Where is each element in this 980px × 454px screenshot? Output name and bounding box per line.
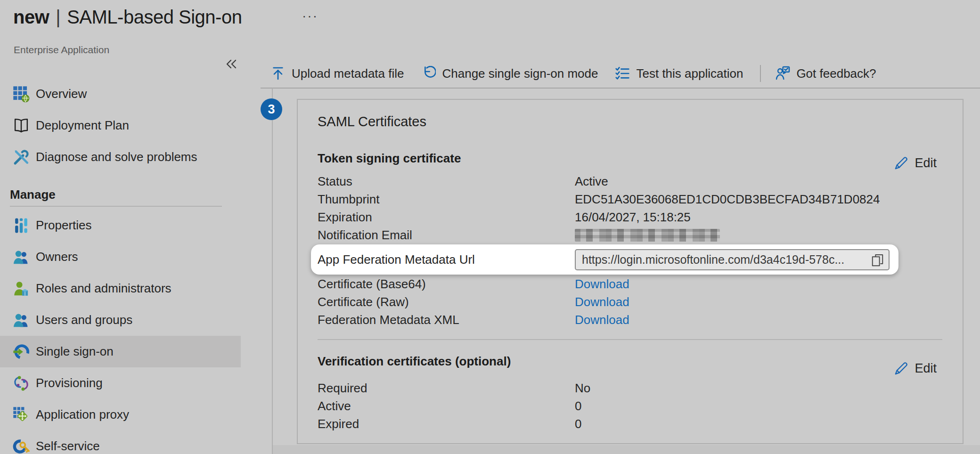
certificate-raw-download-link[interactable]: Download xyxy=(575,295,629,309)
sidebar-section-manage: Manage xyxy=(0,184,272,205)
content-divider xyxy=(272,88,273,454)
toolbar-separator xyxy=(760,65,761,82)
got-feedback-label: Got feedback? xyxy=(796,66,876,81)
upload-icon xyxy=(270,66,286,81)
metadata-url-input[interactable]: https://login.microsoftonline.com/d3a4c1… xyxy=(575,249,890,270)
panel-title: SAML Certificates xyxy=(318,114,942,130)
sidebar-item-deployment-plan[interactable]: Deployment Plan xyxy=(0,110,241,141)
app-federation-metadata-url-label: App Federation Metadata Url xyxy=(318,252,575,267)
sidebar-item-label: Owners xyxy=(36,250,78,264)
test-application-label: Test this application xyxy=(636,66,743,81)
certificate-raw-label: Certificate (Raw) xyxy=(318,295,575,309)
sliders-icon xyxy=(13,217,30,234)
people-icon xyxy=(13,249,30,266)
sidebar-item-diagnose[interactable]: Diagnose and solve problems xyxy=(0,141,241,173)
thumbprint-row: Thumbprint EDC51A30E36068ED1CD0CDB3BECFA… xyxy=(318,190,942,208)
expiration-row: Expiration 16/04/2027, 15:18:25 xyxy=(318,208,942,226)
sidebar-item-single-sign-on[interactable]: Single sign-on xyxy=(0,336,241,367)
sidebar-item-label: Users and groups xyxy=(36,313,132,327)
sidebar-item-label: Single sign-on xyxy=(36,344,114,359)
copy-icon[interactable] xyxy=(871,253,884,268)
change-sso-mode-button[interactable]: Change single sign-on mode xyxy=(421,66,598,81)
saml-sign-on-page: new | SAML-based Sign-on ··· Enterprise … xyxy=(0,0,980,454)
sidebar-nav: Overview Deployment Plan Diagnose and so… xyxy=(0,78,272,454)
sidebar-item-roles-administrators[interactable]: Roles and administrators xyxy=(0,273,241,304)
active-row: Active 0 xyxy=(318,397,942,415)
edit-verification-certificates-button[interactable]: Edit xyxy=(893,361,937,376)
required-label: Required xyxy=(318,381,575,396)
sidebar-item-application-proxy[interactable]: Application proxy xyxy=(0,399,241,430)
notification-email-row: Notification Email xyxy=(318,226,942,244)
sidebar-item-label: Self-service xyxy=(36,439,100,454)
expired-label: Expired xyxy=(318,417,575,431)
bottom-strip xyxy=(273,445,980,454)
certificate-base64-download-link[interactable]: Download xyxy=(575,277,629,292)
app-federation-metadata-url-row: App Federation Metadata Url https://logi… xyxy=(318,245,942,274)
certificate-raw-row: Certificate (Raw) Download xyxy=(318,293,942,311)
sidebar-item-self-service[interactable]: Self-service xyxy=(0,430,241,454)
sidebar-item-users-groups[interactable]: Users and groups xyxy=(0,304,241,336)
status-label: Status xyxy=(318,174,575,189)
sidebar-item-overview[interactable]: Overview xyxy=(0,78,241,110)
page-title: new | SAML-based Sign-on xyxy=(13,7,242,28)
sidebar-item-owners[interactable]: Owners xyxy=(0,241,241,273)
token-signing-certificate-heading: Token signing certificate xyxy=(318,151,942,166)
edit-label: Edit xyxy=(915,156,937,170)
sidebar-item-label: Diagnose and solve problems xyxy=(36,150,197,164)
feedback-icon xyxy=(775,66,790,81)
certificate-base64-label: Certificate (Base64) xyxy=(318,277,575,292)
title-separator: | xyxy=(56,7,60,28)
sidebar-item-label: Properties xyxy=(36,218,92,233)
people-icon xyxy=(13,312,30,329)
app-proxy-icon xyxy=(13,406,30,423)
toolbar-divider xyxy=(261,88,980,89)
pencil-icon xyxy=(893,361,909,376)
federation-metadata-xml-label: Federation Metadata XML xyxy=(318,313,575,327)
checklist-icon xyxy=(615,66,630,81)
certificate-base64-row: Certificate (Base64) Download xyxy=(318,275,942,293)
undo-icon xyxy=(421,66,436,81)
collapse-sidebar-icon[interactable] xyxy=(224,57,239,72)
status-row: Status Active xyxy=(318,172,942,190)
change-sso-mode-label: Change single sign-on mode xyxy=(442,66,598,81)
blade-title: SAML-based Sign-on xyxy=(67,7,242,28)
metadata-url-value: https://login.microsoftonline.com/d3a4c1… xyxy=(582,253,844,267)
got-feedback-button[interactable]: Got feedback? xyxy=(775,66,876,81)
redacted-email-value xyxy=(575,229,720,242)
step-3-badge: 3 xyxy=(261,98,282,120)
app-name: new xyxy=(13,7,49,28)
sidebar-item-label: Overview xyxy=(36,87,87,101)
thumbprint-value: EDC51A30E36068ED1CD0CDB3BECFAD34B71D0824 xyxy=(575,192,880,207)
section-divider xyxy=(318,339,942,340)
expired-row: Expired 0 xyxy=(318,415,942,433)
upload-metadata-file-button[interactable]: Upload metadata file xyxy=(270,66,404,81)
sidebar-item-label: Application proxy xyxy=(36,407,129,422)
verification-certificates-heading: Verification certificates (optional) xyxy=(318,354,942,369)
edit-token-certificate-button[interactable]: Edit xyxy=(893,155,937,171)
book-icon xyxy=(13,117,30,134)
federation-metadata-xml-download-link[interactable]: Download xyxy=(575,313,629,327)
pencil-icon xyxy=(893,155,909,171)
federation-metadata-xml-row: Federation Metadata XML Download xyxy=(318,311,942,329)
sso-arrow-icon xyxy=(13,343,30,360)
upload-metadata-file-label: Upload metadata file xyxy=(292,66,404,81)
required-value: No xyxy=(575,381,590,396)
thumbprint-label: Thumbprint xyxy=(318,192,575,207)
status-value: Active xyxy=(575,174,608,189)
key-icon xyxy=(13,438,30,454)
role-person-icon xyxy=(13,280,30,297)
active-label: Active xyxy=(318,399,575,413)
sidebar-item-properties[interactable]: Properties xyxy=(0,210,241,241)
sidebar-item-provisioning[interactable]: Provisioning xyxy=(0,367,241,399)
expired-value: 0 xyxy=(575,417,581,431)
verification-certificates-rows: Required No Active 0 Expired 0 xyxy=(318,379,942,433)
active-value: 0 xyxy=(575,399,581,413)
tools-icon xyxy=(13,149,30,166)
command-bar: Upload metadata file Change single sign-… xyxy=(270,60,893,87)
sync-icon xyxy=(13,375,30,392)
more-options-icon[interactable]: ··· xyxy=(302,8,318,24)
saml-certificates-panel: SAML Certificates Token signing certific… xyxy=(297,99,964,444)
overview-grid-icon xyxy=(13,86,30,103)
test-application-button[interactable]: Test this application xyxy=(615,66,743,81)
sidebar-divider xyxy=(10,206,222,207)
